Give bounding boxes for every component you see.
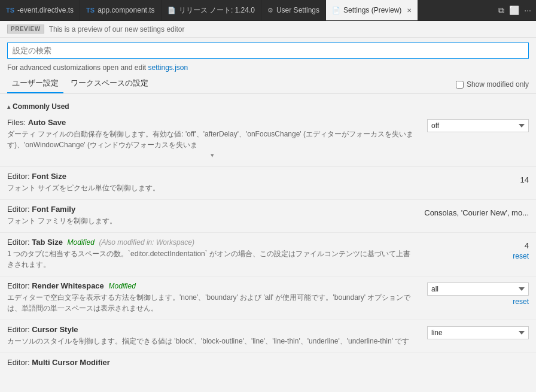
setting-editor-font-size-title: Editor: Font Size [7, 172, 418, 181]
tab-size-value: 4 [525, 239, 529, 250]
setting-editor-tab-size: Editor: Tab Size Modified (Also modified… [0, 233, 536, 276]
setting-main: Font Size [32, 172, 66, 181]
files-auto-save-select[interactable]: off afterDelay onFocusChange onWindowCha… [427, 119, 529, 132]
settings-container: PREVIEW This is a preview of our new set… [0, 21, 536, 392]
tab-settings-preview-label: Settings (Preview) [343, 6, 401, 14]
setting-editor-render-whitespace: Editor: Render Whitespace Modified エディター… [0, 276, 536, 320]
user-settings-tab-label: ユーザー設定 [12, 78, 59, 87]
cursor-style-select[interactable]: block block-outline line line-thin under… [427, 326, 529, 339]
setting-prefix: Editor: [7, 281, 32, 290]
setting-editor-tab-size-right: 4 reset [427, 238, 529, 270]
setting-main: Render Whitespace [32, 281, 104, 290]
setting-editor-tab-size-left: Editor: Tab Size Modified (Also modified… [7, 238, 418, 270]
layout-button[interactable]: ⬜ [509, 5, 519, 15]
setting-editor-font-family-right: Consolas, 'Courier New', mo... [424, 205, 529, 226]
settings-content: ▴ Commonly Used Files: Auto Save ダーティ ファ… [0, 94, 536, 392]
tab-size-reset-link[interactable]: reset [513, 252, 529, 260]
tab-release-notes-label: リリース ノート: 1.24.0 [179, 5, 255, 16]
tab-settings-preview[interactable]: 📄 Settings (Preview) ✕ [326, 0, 418, 21]
search-area [0, 38, 536, 61]
setting-editor-tab-size-desc: 1 つのタブに相当するスペースの数。`editor.detectIndentat… [7, 248, 418, 270]
also-modified-text: (Also modified in: Workspace) [99, 238, 194, 247]
tab-event-directive[interactable]: TS -event.directive.ts [0, 0, 80, 21]
advanced-text: For advanced customizations open and edi… [7, 63, 146, 72]
modified-badge: Modified [108, 282, 135, 290]
search-input[interactable] [7, 42, 529, 59]
setting-editor-render-whitespace-left: Editor: Render Whitespace Modified エディター… [7, 281, 418, 314]
setting-files-auto-save-right: off afterDelay onFocusChange onWindowCha… [427, 118, 529, 160]
show-modified-text: Show modified only [467, 80, 529, 89]
tab-app-component-label: app.component.ts [98, 6, 154, 14]
setting-files-auto-save-title: Files: Auto Save [7, 118, 418, 127]
setting-editor-multi-cursor-title: Editor: Multi Cursor Modifier [7, 358, 519, 367]
settings-preview-icon: 📄 [332, 7, 340, 14]
section-commonly-used: ▴ Commonly Used [0, 99, 536, 113]
setting-editor-font-size-right: 14 [427, 172, 529, 193]
setting-files-auto-save-desc: ダーティ ファイルの自動保存を制御します。有効な値: 'off'、'afterD… [7, 129, 418, 150]
setting-editor-font-family-left: Editor: Font Family フォント ファミリを制御します。 [7, 205, 415, 226]
setting-editor-render-whitespace-right: none boundary all reset [427, 281, 529, 314]
tab-app-component[interactable]: TS app.component.ts [80, 0, 161, 21]
setting-prefix: Editor: [7, 238, 32, 247]
setting-editor-tab-size-title: Editor: Tab Size Modified (Also modified… [7, 238, 418, 247]
preview-banner: PREVIEW This is a preview of our new set… [0, 21, 536, 38]
setting-prefix: Files: [7, 118, 28, 127]
setting-prefix: Editor: [7, 172, 32, 181]
setting-editor-font-family: Editor: Font Family フォント ファミリを制御します。 Con… [0, 200, 536, 233]
advanced-link-area: For advanced customizations open and edi… [0, 61, 536, 73]
tab-actions: ⧉ ⬜ ··· [494, 5, 536, 16]
setting-files-auto-save: Files: Auto Save ダーティ ファイルの自動保存を制御します。有効… [0, 113, 536, 167]
setting-editor-font-family-desc: フォント ファミリを制御します。 [7, 215, 415, 226]
setting-editor-cursor-style-right: block block-outline line line-thin under… [427, 325, 529, 347]
tab-user-settings-nav[interactable]: ユーザー設定 [7, 75, 63, 93]
font-family-value: Consolas, 'Courier New', mo... [424, 206, 529, 217]
tab-workspace-settings-nav[interactable]: ワークスペースの設定 [66, 75, 153, 93]
tab-release-notes[interactable]: 📄 リリース ノート: 1.24.0 [162, 0, 261, 21]
preview-text: This is a preview of our new settings ed… [49, 25, 185, 34]
setting-main: Cursor Style [32, 325, 78, 334]
font-size-value: 14 [520, 173, 529, 184]
render-whitespace-select[interactable]: none boundary all [427, 282, 529, 296]
setting-main: Auto Save [28, 118, 66, 127]
setting-editor-font-size-desc: フォント サイズをピクセル単位で制御します。 [7, 183, 418, 193]
setting-prefix: Editor: [7, 325, 32, 334]
tab-bar: TS -event.directive.ts TS app.component.… [0, 0, 536, 21]
split-editor-button[interactable]: ⧉ [498, 5, 504, 16]
section-arrow-icon: ▴ [7, 104, 10, 110]
settings-icon: ⚙ [267, 7, 273, 14]
setting-prefix: Editor: [7, 205, 32, 214]
section-title: Commonly Used [13, 102, 69, 111]
ts-icon: TS [86, 7, 95, 14]
setting-editor-font-size: Editor: Font Size フォント サイズをピクセル単位で制御します。… [0, 167, 536, 200]
show-modified-area: Show modified only [456, 80, 529, 89]
setting-editor-cursor-style-left: Editor: Cursor Style カーソルのスタイルを制御します。指定で… [7, 325, 418, 347]
setting-editor-cursor-style-desc: カーソルのスタイルを制御します。指定できる値は 'block'、'block-o… [7, 336, 418, 347]
settings-tabs: ユーザー設定 ワークスペースの設定 Show modified only [0, 73, 536, 94]
setting-main: Font Family [32, 205, 75, 214]
tab-event-directive-label: -event.directive.ts [17, 6, 74, 14]
setting-editor-render-whitespace-desc: エディターで空白文字を表示する方法を制御します。'none'、'boundary… [7, 292, 418, 314]
doc-icon: 📄 [168, 7, 176, 14]
setting-editor-cursor-style-title: Editor: Cursor Style [7, 325, 418, 334]
more-actions-button[interactable]: ··· [524, 5, 531, 15]
setting-main: Multi Cursor Modifier [32, 358, 110, 367]
render-whitespace-reset-link[interactable]: reset [513, 297, 529, 306]
workspace-settings-tab-label: ワークスペースの設定 [71, 78, 148, 87]
setting-editor-font-size-left: Editor: Font Size フォント サイズをピクセル単位で制御します。 [7, 172, 418, 193]
expand-chevron-icon[interactable]: ▾ [7, 150, 418, 160]
setting-editor-font-family-title: Editor: Font Family [7, 205, 415, 214]
setting-editor-multi-cursor-left: Editor: Multi Cursor Modifier [7, 358, 519, 369]
setting-prefix: Editor: [7, 358, 32, 367]
setting-main: Tab Size [32, 238, 63, 247]
modified-badge: Modified [68, 238, 95, 247]
tab-user-settings[interactable]: ⚙ User Settings [261, 0, 326, 21]
ts-icon: TS [6, 7, 14, 14]
setting-editor-render-whitespace-title: Editor: Render Whitespace Modified [7, 281, 418, 290]
setting-editor-cursor-style: Editor: Cursor Style カーソルのスタイルを制御します。指定で… [0, 320, 536, 353]
tab-user-settings-label: User Settings [276, 6, 319, 14]
show-modified-checkbox[interactable] [456, 81, 464, 89]
preview-badge: PREVIEW [7, 25, 44, 34]
settings-json-link[interactable]: settings.json [148, 63, 188, 72]
setting-files-auto-save-left: Files: Auto Save ダーティ ファイルの自動保存を制御します。有効… [7, 118, 418, 160]
tab-close-button[interactable]: ✕ [407, 7, 412, 14]
